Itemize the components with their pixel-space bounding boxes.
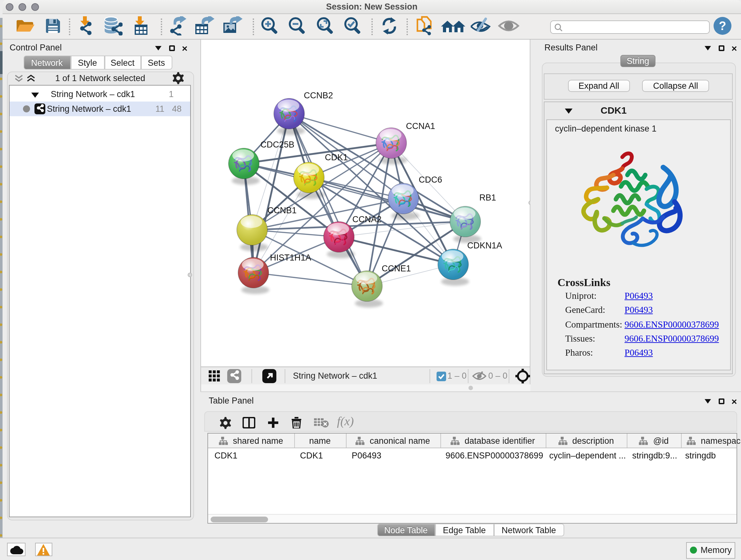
svg-text:CDC6: CDC6 — [419, 175, 442, 185]
svg-text:CDKN1A: CDKN1A — [467, 241, 502, 250]
svg-text:CCNA1: CCNA1 — [406, 121, 435, 131]
svg-text:CCNB1: CCNB1 — [267, 206, 297, 215]
svg-text:CCNE1: CCNE1 — [382, 264, 411, 273]
svg-text:CDK1: CDK1 — [325, 152, 348, 162]
svg-text:CDC25B: CDC25B — [260, 140, 294, 149]
svg-text:HIST1H1A: HIST1H1A — [270, 253, 311, 262]
svg-text:?: ? — [719, 19, 726, 32]
svg-text:RB1: RB1 — [479, 193, 496, 202]
svg-text:CCNA2: CCNA2 — [352, 214, 382, 224]
svg-text:CCNB2: CCNB2 — [304, 91, 333, 100]
